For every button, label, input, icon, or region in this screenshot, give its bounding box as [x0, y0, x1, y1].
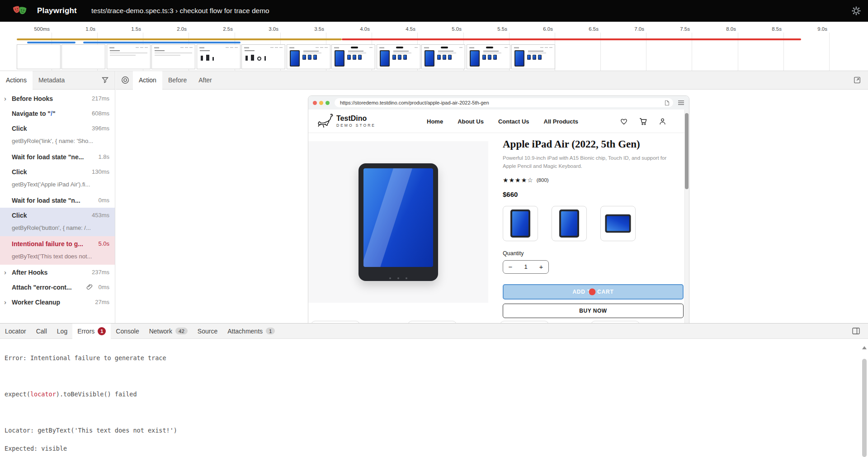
buy-now-button[interactable]: BUY NOW [503, 304, 684, 318]
timeline-tick-label: 6.0s [511, 26, 553, 32]
action-row-before-hooks[interactable]: › Before Hooks 217ms [0, 91, 115, 106]
open-snapshot-external-icon[interactable] [854, 76, 861, 84]
tab-log[interactable]: Log [52, 324, 72, 339]
timeline-failed-bar [342, 38, 801, 40]
action-row-after-hooks[interactable]: › After Hooks 237ms [0, 265, 115, 280]
dino-logo-icon [316, 113, 334, 129]
action-row-click-2[interactable]: Click 130ms [0, 164, 115, 179]
action-title: Before Hooks [12, 95, 88, 102]
tab-locator[interactable]: Locator [0, 324, 31, 339]
chevron-right-icon: › [4, 95, 6, 102]
filmstrip-frame[interactable] [107, 44, 151, 69]
tab-network[interactable]: Network42 [144, 324, 193, 339]
filmstrip-frame[interactable] [467, 44, 510, 69]
errors-count-badge: 1 [98, 327, 106, 335]
quantity-label: Quantity [503, 250, 684, 257]
error-line: Locator: getByText('This text does not e… [5, 426, 859, 435]
action-title: Click [12, 125, 88, 132]
tab-after[interactable]: After [193, 71, 218, 90]
nav-home[interactable]: Home [427, 118, 443, 125]
quantity-value: 1 [518, 263, 534, 270]
product-thumbnail-3[interactable] [600, 206, 636, 241]
action-row-attach[interactable]: Attach "error-cont... 0ms [0, 280, 115, 295]
action-duration: 396ms [92, 125, 109, 132]
timeline-network-bar [83, 42, 241, 43]
error-console: Error: Intentional failure to generate t… [0, 339, 859, 457]
timeline-tick-label: 1.0s [54, 26, 95, 32]
action-locator: getByRole('button', { name: /... [0, 223, 115, 236]
timeline-tick-label: 5.5s [466, 26, 507, 32]
gear-icon[interactable] [852, 6, 861, 15]
menu-icon[interactable] [678, 100, 684, 105]
store-header: TestDino DEMO STORE Home About Us Contac… [308, 109, 684, 133]
timeline-tick-label: 4.5s [374, 26, 415, 32]
product-thumbnail-1[interactable] [503, 206, 538, 241]
scrollbar-thumb[interactable] [685, 113, 689, 189]
action-duration: 237ms [92, 269, 109, 276]
quantity-minus-button[interactable]: − [503, 263, 518, 271]
blank-line [5, 371, 859, 381]
product-rating: ★★★★☆ (800) [503, 176, 684, 184]
tab-console[interactable]: Console [111, 324, 144, 339]
wishlist-heart-icon[interactable] [620, 118, 628, 125]
action-row-navigate[interactable]: Navigate to "/" 608ms [0, 106, 115, 121]
action-row-wait-1[interactable]: Wait for load state "ne... 1.8s [0, 149, 115, 164]
console-scrollbar[interactable] [862, 343, 867, 457]
timeline-tick-label: 7.0s [603, 26, 644, 32]
timeline[interactable]: 500ms 1.0s 1.5s 2.0s 2.5s 3.0s 3.5s 4.0s… [0, 22, 868, 71]
scrollbar-thumb[interactable] [862, 359, 867, 457]
add-to-cart-button[interactable]: ADD TO CART [503, 284, 684, 300]
store-header-icons [620, 109, 666, 133]
action-row-wait-2[interactable]: Wait for load state "n... 0ms [0, 193, 115, 208]
user-icon[interactable] [659, 118, 666, 125]
nav-all-products[interactable]: All Products [544, 118, 579, 125]
tab-attachments[interactable]: Attachments1 [222, 324, 280, 339]
filmstrip-frame[interactable] [197, 44, 241, 69]
filmstrip-frame[interactable] [287, 44, 330, 69]
tab-source[interactable]: Source [193, 324, 222, 339]
nav-about-us[interactable]: About Us [458, 118, 484, 125]
action-row-failure[interactable]: Intentional failure to g... 5.0s [0, 236, 115, 251]
action-duration: 608ms [92, 110, 109, 117]
action-locator: getByText('This text does not... [0, 251, 115, 265]
filmstrip-frame[interactable] [61, 44, 105, 69]
tab-errors[interactable]: Errors1 [72, 324, 111, 339]
timeline-tick-label: 9.0s [786, 26, 827, 32]
timeline-tick-label: 8.0s [694, 26, 736, 32]
tab-metadata[interactable]: Metadata [33, 71, 71, 90]
nav-contact-us[interactable]: Contact Us [498, 118, 529, 125]
cart-icon[interactable] [639, 118, 647, 125]
filmstrip-frame[interactable] [511, 44, 555, 69]
filmstrip-frame[interactable] [151, 44, 195, 69]
tab-actions[interactable]: Actions [0, 71, 33, 90]
action-row-click-selected[interactable]: Click 453ms [0, 208, 115, 223]
address-bar[interactable]: https://storedemo.testdino.com/product/a… [335, 98, 673, 107]
tab-before[interactable]: Before [162, 71, 193, 90]
action-row-worker-cleanup[interactable]: › Worker Cleanup 27ms [0, 295, 115, 309]
filmstrip-frame[interactable] [377, 44, 420, 69]
tab-call[interactable]: Call [31, 324, 52, 339]
product-image-ipad [359, 163, 438, 281]
action-title: Click [12, 168, 88, 176]
filter-icon[interactable] [102, 77, 108, 83]
store-logo[interactable]: TestDino DEMO STORE [316, 113, 376, 129]
timeline-tick-label: 2.5s [191, 26, 233, 32]
traffic-light-green [326, 101, 330, 105]
snapshot-scrollbar[interactable] [684, 109, 689, 323]
quantity-plus-button[interactable]: + [534, 263, 548, 271]
buy-now-label: BUY NOW [579, 308, 607, 314]
action-row-click-1[interactable]: Click 396ms [0, 121, 115, 136]
action-title: After Hooks [12, 269, 88, 276]
scroll-up-icon[interactable] [862, 346, 867, 349]
timeline-tick-label: 3.0s [237, 26, 278, 32]
product-thumbnail-2[interactable] [552, 206, 587, 241]
error-line: Expected: visible [5, 444, 859, 453]
pick-locator-target-icon[interactable] [121, 76, 129, 84]
filmstrip-frame[interactable] [331, 44, 375, 69]
tab-action[interactable]: Action [133, 71, 162, 90]
toggle-layout-icon[interactable] [852, 328, 860, 334]
filmstrip-frame[interactable] [241, 44, 285, 69]
filmstrip-frame[interactable] [421, 44, 465, 69]
filmstrip-frame[interactable] [17, 44, 61, 69]
product-info: Apple iPad Air (2022, 5th Gen) Powerful … [503, 138, 684, 318]
